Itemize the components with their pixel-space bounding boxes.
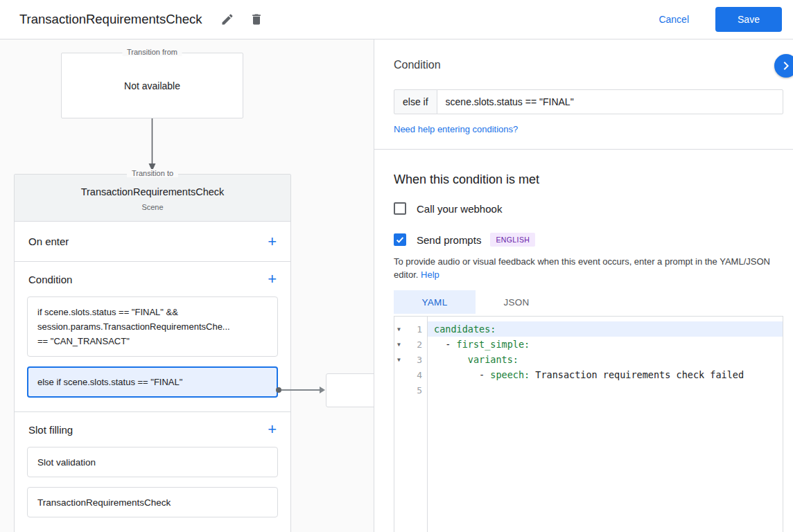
condition-input[interactable] [437, 89, 783, 114]
transition-target-node[interactable] [326, 373, 374, 407]
page-title: TransactionRequirementsCheck [19, 12, 202, 27]
transition-from-label: Transition from [122, 48, 182, 56]
editor-line[interactable]: 4 - speech: Transaction requirements che… [394, 367, 783, 382]
condition-editor-row: else if [394, 89, 783, 114]
transition-arrow-down [146, 118, 158, 172]
webhook-row: Call your webhook [394, 202, 783, 215]
line-number: 5 [406, 385, 428, 396]
slot-filling-section-label: Slot filling [28, 424, 73, 436]
send-prompts-row: Send prompts ENGLISH [394, 233, 783, 247]
editor-gutter: ▼1 [394, 321, 428, 337]
connector-dot [276, 387, 281, 393]
condition-item[interactable]: if scene.slots.status == "FINAL" &&sessi… [27, 296, 278, 357]
collapse-panel-button[interactable] [774, 54, 793, 78]
code-line: - speech: Transaction requirements check… [428, 367, 783, 382]
condition-section-label: Condition [28, 274, 72, 285]
scene-title: TransactionRequirementsCheck [26, 186, 279, 197]
fold-arrow-icon[interactable]: ▼ [394, 326, 406, 332]
condition-prefix: else if [394, 89, 437, 114]
editor-gutter: 5 [394, 382, 428, 398]
editor-lines: ▼1candidates:▼2 - first_simple:▼3 varian… [394, 317, 783, 398]
tab-json[interactable]: JSON [476, 290, 557, 314]
tab-yaml[interactable]: YAML [394, 290, 476, 314]
editor-line[interactable]: ▼3 variants: [394, 352, 783, 367]
yaml-key: variants: [468, 354, 518, 365]
editor-gutter: ▼2 [394, 337, 428, 352]
slot-filling-section-head: Slot filling + [15, 412, 290, 447]
topbar-left: TransactionRequirementsCheck [19, 8, 268, 30]
condition-section-head: Condition + [15, 262, 290, 296]
slot-filling-item[interactable]: Slot validation [27, 447, 278, 477]
scene-header[interactable]: TransactionRequirementsCheck Scene [15, 175, 290, 222]
editor-line[interactable]: ▼2 - first_simple: [394, 337, 783, 352]
fold-arrow-icon[interactable]: ▼ [394, 357, 406, 363]
add-on-enter-button[interactable]: + [268, 234, 277, 249]
slot-filling-item[interactable]: TransactionRequirementsCheck [27, 487, 278, 517]
yaml-text: - [434, 369, 490, 380]
editor-line[interactable]: ▼1candidates: [394, 321, 783, 337]
slot-filling-items: Slot validationTransactionRequirementsCh… [15, 447, 290, 517]
transition-to-label: Transition to [127, 169, 178, 177]
code-line: candidates: [428, 321, 783, 337]
line-number: 3 [406, 355, 428, 365]
webhook-checkbox[interactable] [394, 202, 406, 215]
conditions-help-link[interactable]: Need help entering conditions? [394, 124, 518, 134]
editor-line[interactable]: 5 [394, 382, 783, 398]
yaml-text: Transaction requirements check failed [530, 369, 744, 380]
save-button[interactable]: Save [715, 7, 782, 32]
delete-scene-button[interactable] [245, 8, 268, 30]
prompts-description-text: To provide audio or visual feedback when… [394, 256, 770, 280]
code-line: - first_simple: [428, 337, 783, 352]
transition-from-node[interactable]: Transition from Not available [61, 53, 243, 118]
on-enter-row[interactable]: On enter + [15, 222, 290, 262]
language-badge: ENGLISH [490, 233, 535, 247]
transition-from-value: Not available [124, 80, 180, 91]
panel-title: Condition [394, 59, 783, 71]
yaml-editor[interactable]: ▼1candidates:▼2 - first_simple:▼3 varian… [394, 316, 783, 532]
condition-item-line: else if scene.slots.status == "FINAL" [37, 375, 268, 389]
send-prompts-checkbox[interactable] [394, 233, 406, 246]
edit-title-button[interactable] [216, 8, 238, 30]
connector-arrowhead-icon [320, 387, 325, 393]
add-slot-filling-button[interactable]: + [268, 422, 277, 437]
yaml-key: candidates: [434, 323, 496, 335]
yaml-text: - [434, 339, 457, 350]
condition-item-line: == "CAN_TRANSACT" [37, 334, 268, 348]
editor-tabs: YAMLJSON [394, 290, 783, 314]
send-prompts-label: Send prompts [417, 234, 481, 246]
slot-filling-section: Slot filling + Slot validationTransactio… [15, 412, 290, 517]
editor-gutter: ▼3 [394, 352, 428, 367]
topbar-right: Cancel Save [647, 7, 782, 32]
add-condition-button[interactable]: + [268, 272, 277, 287]
pencil-icon [220, 12, 234, 26]
code-line [428, 382, 783, 398]
yaml-text [434, 354, 468, 365]
condition-items: if scene.slots.status == "FINAL" &&sessi… [15, 296, 290, 398]
chevron-right-icon [778, 57, 793, 74]
condition-panel: Condition else if Need help entering con… [374, 39, 793, 532]
webhook-label: Call your webhook [417, 203, 502, 215]
on-enter-label: On enter [28, 236, 69, 247]
condition-item-line: if scene.slots.status == "FINAL" && [37, 305, 268, 319]
topbar: TransactionRequirementsCheck Cancel Save [0, 0, 793, 39]
condition-section: Condition + if scene.slots.status == "FI… [15, 262, 290, 412]
scene-card: Transition to TransactionRequirementsChe… [14, 174, 291, 532]
cancel-button[interactable]: Cancel [647, 8, 700, 30]
code-line: variants: [428, 352, 783, 367]
line-number: 2 [406, 339, 428, 350]
when-met-title: When this condition is met [394, 172, 783, 187]
prompts-description: To provide audio or visual feedback when… [394, 255, 783, 281]
panel-top: Condition else if Need help entering con… [374, 39, 793, 135]
panel-body: When this condition is met Call your web… [374, 150, 793, 532]
connector-line [281, 389, 321, 391]
line-number: 4 [406, 370, 428, 380]
yaml-key: speech: [490, 369, 530, 380]
check-icon [395, 235, 405, 245]
fold-arrow-icon[interactable]: ▼ [394, 342, 406, 348]
trash-icon [250, 12, 263, 26]
line-number: 1 [406, 324, 428, 335]
editor-gutter: 4 [394, 367, 428, 382]
prompts-help-link[interactable]: Help [421, 269, 439, 280]
condition-item-selected[interactable]: else if scene.slots.status == "FINAL" [27, 366, 278, 398]
yaml-key: first_simple: [457, 339, 530, 350]
